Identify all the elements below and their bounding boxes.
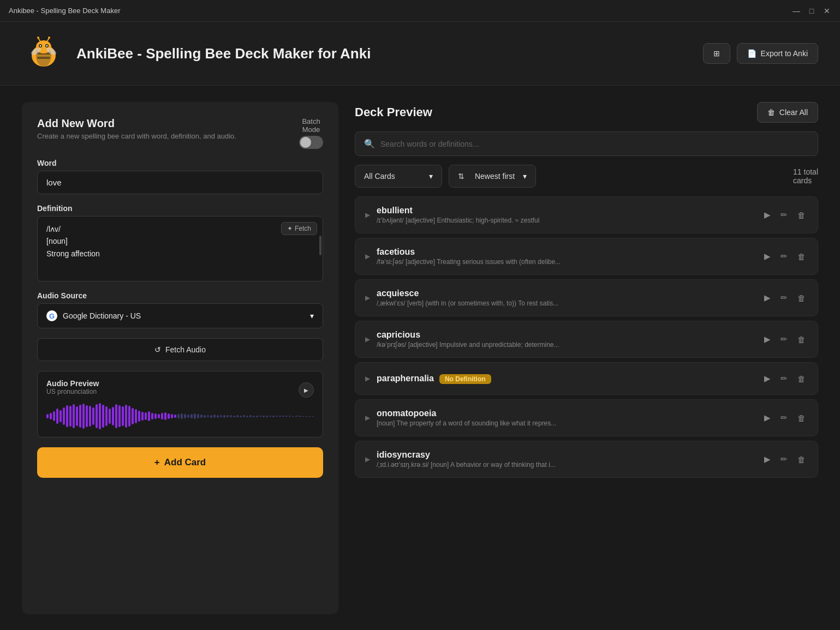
card-edit-button[interactable]: ✏: [778, 291, 790, 305]
definition-field: Definition ✦ ✦ Fetch Fetch /lʌv/ [noun] …: [37, 204, 323, 281]
waveform-bar: [92, 407, 94, 425]
waveform-bar: [210, 415, 212, 418]
waveform-bar: [115, 404, 117, 428]
search-icon: 🔍: [364, 139, 375, 149]
search-input[interactable]: [380, 140, 809, 148]
card-edit-button[interactable]: ✏: [778, 411, 790, 425]
waveform-bar: [187, 415, 189, 418]
card-edit-button[interactable]: ✏: [778, 208, 790, 222]
card-play-button[interactable]: ▶: [762, 249, 773, 263]
waveform-bar: [272, 416, 275, 417]
card-word: onomatopoeia: [377, 409, 755, 418]
waveform-bar: [236, 415, 239, 417]
card-word: facetious: [377, 247, 755, 257]
svg-point-14: [48, 37, 50, 39]
card-delete-button[interactable]: 🗑: [795, 291, 808, 305]
card-item: ▶ onomatopoeia [noun] The property of a …: [355, 399, 818, 436]
card-content: onomatopoeia [noun] The property of a wo…: [377, 409, 755, 427]
card-expand-icon[interactable]: ▶: [365, 253, 370, 260]
card-play-button[interactable]: ▶: [762, 371, 773, 386]
definition-box[interactable]: ✦ ✦ Fetch Fetch /lʌv/ [noun] Strong affe…: [37, 216, 323, 281]
batch-mode-toggle[interactable]: [299, 136, 323, 149]
card-expand-icon[interactable]: ▶: [365, 211, 370, 219]
clear-all-button[interactable]: 🗑 Clear All: [757, 102, 818, 123]
deck-preview-panel: Deck Preview 🗑 Clear All 🔍 All Cards ▾ ⇅…: [355, 102, 818, 614]
audio-waveform: [46, 403, 314, 429]
waveform-bar: [99, 403, 101, 429]
waveform-bar: [50, 413, 52, 419]
settings-button[interactable]: ⊞: [703, 43, 730, 64]
card-actions: ▶ ✏ 🗑: [762, 452, 808, 466]
waveform-bar: [308, 416, 311, 417]
card-word: ebullient: [377, 206, 755, 215]
card-edit-button[interactable]: ✏: [778, 332, 790, 346]
app-title: AnkiBee - Spelling Bee Deck Maker for An…: [76, 45, 371, 62]
waveform-bar: [122, 406, 124, 426]
window-controls: — □ ✕: [792, 7, 831, 15]
batch-mode-section: BatchMode: [299, 117, 323, 149]
titlebar: Ankibee - Spelling Bee Deck Maker — □ ✕: [0, 0, 840, 22]
audio-preview-header: Audio Preview US pronunciation ▶: [46, 379, 314, 401]
card-edit-button[interactable]: ✏: [778, 371, 790, 386]
waveform-bar: [128, 406, 130, 427]
card-delete-button[interactable]: 🗑: [795, 372, 808, 386]
export-button[interactable]: 📄 Export to Anki: [737, 43, 818, 64]
app-logo: [22, 32, 65, 75]
close-button[interactable]: ✕: [823, 7, 831, 15]
card-content: capricious /kəˈprɪʃəs/ [adjective] Impul…: [377, 330, 755, 349]
card-edit-button[interactable]: ✏: [778, 452, 790, 466]
waveform-bar: [282, 416, 284, 417]
sort-dropdown[interactable]: ⇅ Newest first ▾: [449, 165, 536, 188]
waveform-bar: [59, 410, 62, 422]
waveform-bar: [253, 416, 255, 417]
waveform-bar: [279, 416, 281, 417]
card-delete-button[interactable]: 🗑: [795, 250, 808, 263]
maximize-button[interactable]: □: [807, 7, 816, 15]
waveform-bar: [154, 413, 157, 419]
card-delete-button[interactable]: 🗑: [795, 208, 808, 222]
card-expand-icon[interactable]: ▶: [365, 294, 370, 302]
card-delete-button[interactable]: 🗑: [795, 333, 808, 346]
card-expand-icon[interactable]: ▶: [365, 335, 370, 343]
window-title: Ankibee - Spelling Bee Deck Maker: [9, 7, 121, 15]
audio-source-dropdown[interactable]: G Google Dictionary - US ▾: [37, 303, 323, 328]
card-edit-button[interactable]: ✏: [778, 249, 790, 263]
plus-icon: +: [154, 457, 160, 468]
waveform-bar: [82, 404, 85, 429]
waveform-bar: [295, 416, 297, 417]
waveform-bar: [56, 409, 58, 424]
waveform-bar: [302, 416, 304, 417]
header-actions: ⊞ 📄 Export to Anki: [703, 43, 818, 64]
card-content: facetious /fəˈsiːʃəs/ [adjective] Treati…: [377, 247, 755, 266]
word-input[interactable]: [37, 171, 323, 194]
add-card-button[interactable]: + + Add Card Add Card: [37, 447, 323, 478]
card-content: ebullient /ɪˈbʌljənt/ [adjective] Enthus…: [377, 206, 755, 224]
card-word: paraphernaliaNo Definition: [377, 374, 755, 383]
minimize-button[interactable]: —: [792, 7, 801, 15]
card-play-button[interactable]: ▶: [762, 452, 773, 466]
card-play-button[interactable]: ▶: [762, 208, 773, 222]
refresh-icon: ↺: [154, 345, 161, 354]
dropdown-left: G Google Dictionary - US: [46, 310, 141, 321]
card-play-button[interactable]: ▶: [762, 332, 773, 346]
card-play-button[interactable]: ▶: [762, 411, 773, 425]
card-play-button[interactable]: ▶: [762, 291, 773, 305]
card-detail: [noun] The property of a word of soundin…: [377, 419, 650, 427]
waveform-bar: [112, 407, 114, 425]
card-expand-icon[interactable]: ▶: [365, 455, 370, 463]
audio-preview-title: Audio Preview: [46, 379, 99, 388]
no-definition-badge: No Definition: [439, 374, 491, 384]
waveform-bar: [181, 413, 183, 419]
all-cards-dropdown[interactable]: All Cards ▾: [355, 165, 442, 188]
play-audio-button[interactable]: ▶: [299, 382, 314, 398]
fetch-audio-button[interactable]: ↺ ↺ Fetch Audio Fetch Audio: [37, 338, 323, 361]
audio-preview-section: Audio Preview US pronunciation ▶: [37, 371, 323, 437]
fetch-definition-button[interactable]: ✦ ✦ Fetch Fetch: [281, 222, 317, 235]
card-delete-button[interactable]: 🗑: [795, 411, 808, 425]
card-expand-icon[interactable]: ▶: [365, 375, 370, 382]
card-expand-icon[interactable]: ▶: [365, 414, 370, 422]
main-content: Add New Word Create a new spelling bee c…: [0, 86, 840, 630]
panel-title-section: Add New Word Create a new spelling bee c…: [37, 117, 236, 140]
waveform-bar: [299, 416, 301, 417]
card-delete-button[interactable]: 🗑: [795, 453, 808, 466]
